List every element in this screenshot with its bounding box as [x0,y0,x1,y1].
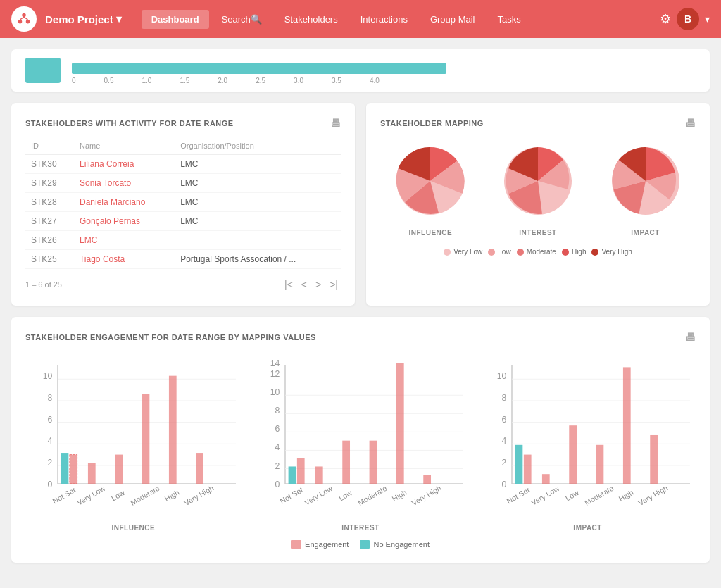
stakeholders-card-title: STAKEHOLDERS WITH ACTIVITY FOR DATE RANG… [25,117,341,129]
nav-interactions[interactable]: Interactions [351,10,418,29]
svg-rect-39 [88,463,96,484]
svg-point-2 [26,20,30,23]
bar-interest: 0 2 4 6 8 10 12 14 [253,354,469,532]
impact-bar-title: IMPACT [479,524,696,532]
nav-dashboard[interactable]: Dashboard [142,10,209,29]
svg-text:0: 0 [48,480,53,489]
cell-org: LMC [175,174,341,193]
legend-dot-low [488,249,495,256]
logo [11,6,37,32]
engagement-print-icon[interactable]: 🖶 [685,331,696,343]
cell-name: Sonia Torcato [74,174,175,193]
cell-org: LMC [175,212,341,231]
cell-id: STK29 [25,174,74,193]
cell-id: STK27 [25,212,74,231]
cell-id: STK26 [25,231,74,250]
page-prev-button[interactable]: < [299,277,310,292]
svg-rect-42 [169,376,177,484]
svg-rect-93 [515,445,523,484]
bar-impact: 0 2 4 6 8 10 [479,354,696,532]
legend-engagement: Engagement [291,540,349,549]
svg-text:6: 6 [502,415,507,425]
avatar[interactable]: B [677,8,699,30]
legend-moderate: Moderate [517,248,556,256]
legend-no-engagement: No Engagement [360,540,430,549]
influence-bar-title: INFLUENCE [25,524,242,532]
engagement-title: STAKEHOLDER ENGAGEMENT FOR DATE RANGE BY… [25,331,696,343]
svg-text:2: 2 [502,458,507,468]
nav-search[interactable]: Search🔍 [212,10,272,29]
svg-rect-94 [524,455,532,484]
nav-tasks[interactable]: Tasks [487,10,530,29]
svg-text:10: 10 [43,371,53,381]
main-content: 0 0.5 1.0 1.5 2.0 2.5 3.0 3.5 4.0 STAKEH… [0,38,721,580]
cell-name: LMC [74,231,175,250]
svg-rect-67 [297,458,305,484]
project-name[interactable]: Demo Project ▾ [45,13,122,25]
page-last-button[interactable]: >| [327,277,341,292]
page-first-button[interactable]: |< [282,277,296,292]
middle-row: STAKEHOLDERS WITH ACTIVITY FOR DATE RANG… [11,103,710,306]
print-icon[interactable]: 🖶 [330,117,341,129]
nav-dropdown-icon[interactable]: ▾ [705,13,710,25]
impact-bar-svg: 0 2 4 6 8 10 [479,354,696,516]
top-strip-bar-blue [25,58,61,83]
top-strip-card: 0 0.5 1.0 1.5 2.0 2.5 3.0 3.5 4.0 [11,49,710,92]
svg-rect-99 [651,435,658,484]
interest-label: INTEREST [519,229,556,237]
svg-rect-43 [196,453,203,484]
svg-rect-96 [570,425,577,484]
settings-icon[interactable]: ⚙ [660,11,671,27]
cell-id: STK30 [25,155,74,174]
page-next-button[interactable]: > [313,277,324,292]
cell-name: Daniela Marciano [74,193,175,212]
stakeholders-table: ID Name Organisation/Position STK30 Lili… [25,139,341,269]
cell-id: STK28 [25,193,74,212]
svg-rect-41 [142,394,150,484]
nav-stakeholders[interactable]: Stakeholders [275,10,348,29]
pagination-buttons: |< < > >| [282,277,341,292]
svg-text:14: 14 [270,358,280,368]
svg-text:4: 4 [502,436,507,446]
navbar: Demo Project ▾ Dashboard Search🔍 Stakeho… [0,0,721,38]
table-row: STK29 Sonia Torcato LMC [25,174,341,193]
nav-group-mail[interactable]: Group Mail [420,10,485,29]
mapping-card-title: STAKEHOLDER MAPPING 🖶 [380,117,696,129]
svg-text:4: 4 [48,436,53,446]
legend-dot-very-low [444,249,451,256]
legend-dot-high [562,249,569,256]
interest-bar-svg: 0 2 4 6 8 10 12 14 [253,354,469,516]
cell-org: Portugal Sports Assocation / ... [175,250,341,269]
legend-very-high: Very High [591,248,632,256]
svg-text:12: 12 [270,369,280,379]
svg-rect-95 [542,474,550,484]
influence-bar-svg: 0 2 4 6 8 10 [25,354,242,516]
svg-rect-38 [70,455,77,484]
bar-charts-row: 0 2 4 6 8 10 [25,354,696,532]
bar-legend: Engagement No Engagement [25,540,696,549]
svg-rect-72 [423,475,431,484]
svg-text:4: 4 [275,442,280,452]
table-row: STK25 Tiago Costa Portugal Sports Assoca… [25,250,341,269]
table-row: STK28 Daniela Marciano LMC [25,193,341,212]
pie-charts-row: INFLUENCE INTEREST [380,139,696,237]
table-row: STK27 Gonçalo Pernas LMC [25,212,341,231]
main-nav: Dashboard Search🔍 Stakeholders Interacti… [142,10,654,29]
cell-name: Tiago Costa [74,250,175,269]
svg-rect-37 [61,453,69,484]
mapping-print-icon[interactable]: 🖶 [685,117,696,129]
mapping-card: STAKEHOLDER MAPPING 🖶 I [366,103,710,306]
svg-rect-70 [369,441,377,484]
svg-text:6: 6 [275,424,280,434]
interest-bar-title: INTEREST [253,524,469,532]
svg-rect-97 [596,445,604,484]
cell-name: Gonçalo Pernas [74,212,175,231]
bar-influence: 0 2 4 6 8 10 [25,354,242,532]
influence-label: INFLUENCE [408,229,452,237]
legend-very-low: Very Low [444,248,482,256]
pie-impact: IMPACT [603,139,688,237]
svg-rect-69 [342,441,350,484]
pie-influence: INFLUENCE [388,139,472,237]
svg-point-0 [22,13,26,18]
svg-line-3 [20,17,25,20]
